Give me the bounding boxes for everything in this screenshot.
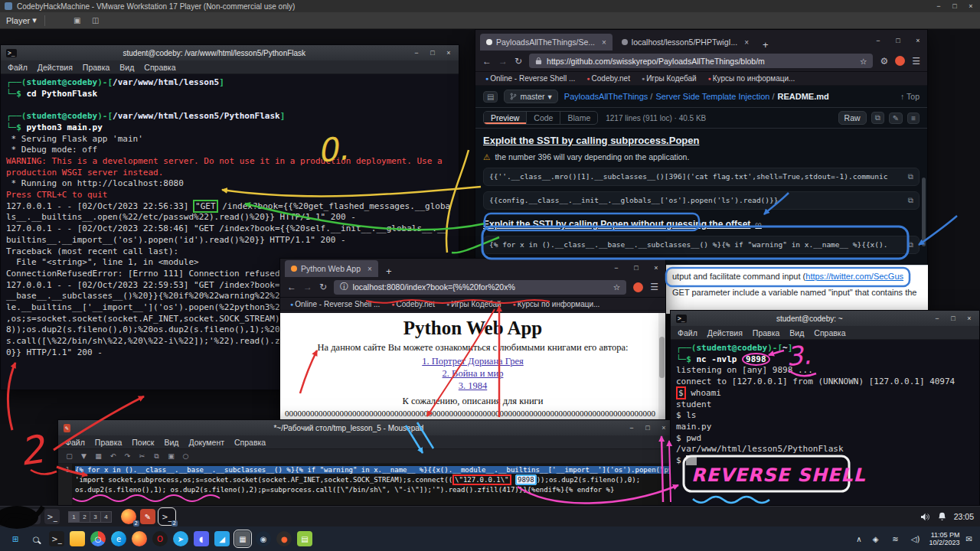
- outline-icon[interactable]: ≡: [907, 112, 920, 124]
- vscode-icon[interactable]: ◢: [214, 531, 230, 546]
- menu-item[interactable]: Правка: [83, 63, 109, 72]
- bookmark[interactable]: Игры Кодебай: [446, 300, 501, 308]
- tray-expand-icon[interactable]: ∧: [856, 535, 861, 543]
- new-tab-button[interactable]: +: [381, 266, 397, 277]
- close-button[interactable]: ×: [659, 424, 668, 432]
- minimize-button[interactable]: −: [612, 264, 621, 272]
- book-link[interactable]: 2. Война и мир: [280, 368, 665, 380]
- extensions-icon[interactable]: ⚙: [880, 56, 888, 67]
- edit-icon[interactable]: ✎: [889, 112, 903, 124]
- file-explorer-icon[interactable]: [70, 531, 85, 546]
- menu-item[interactable]: Файл: [8, 63, 28, 72]
- terminal2-titlebar[interactable]: >_ student@codeby: ~ −□×: [671, 311, 979, 326]
- minimize-button[interactable]: −: [412, 49, 421, 57]
- editor-text[interactable]: {% for x in ().__class__.__base__.__subc…: [72, 464, 674, 505]
- bookmark[interactable]: Курсы по информаци...: [708, 74, 795, 83]
- close-button[interactable]: ×: [966, 2, 975, 10]
- terminal1-titlebar[interactable]: >_ student@codeby: /var/www/html/lesson5…: [1, 45, 459, 60]
- mousepad-titlebar[interactable]: ✎ *~/Рабочий стол/tmp_lesson_5 - Mousepa…: [58, 420, 674, 435]
- paste-icon[interactable]: ▣: [165, 451, 178, 462]
- search-icon[interactable]: ○: [28, 531, 44, 546]
- copy-icon[interactable]: ⧉: [908, 196, 913, 205]
- fullscreen-icon[interactable]: ◫: [90, 15, 102, 26]
- site-info-icon[interactable]: ⓘ: [340, 282, 348, 292]
- notifications-icon[interactable]: ✉: [966, 535, 972, 543]
- book-link[interactable]: 3. 1984: [280, 380, 665, 392]
- app-menu-icon[interactable]: ☰: [6, 509, 21, 524]
- save-file-icon[interactable]: ▦: [92, 451, 105, 462]
- menu-item[interactable]: Вид: [164, 438, 178, 447]
- menu-item[interactable]: Справка: [234, 438, 266, 447]
- bookmark[interactable]: Online - Reverse Shell ...: [290, 300, 380, 308]
- sidebar-toggle-icon[interactable]: ▤: [483, 91, 498, 103]
- menu-icon[interactable]: ☰: [650, 282, 658, 292]
- opera-icon[interactable]: O: [152, 531, 168, 546]
- find-icon[interactable]: ○: [179, 451, 192, 462]
- copy-icon[interactable]: ⧉: [871, 112, 884, 124]
- preview-tab[interactable]: Preview: [484, 112, 527, 124]
- close-button[interactable]: ×: [652, 264, 661, 272]
- tray-shield-icon[interactable]: ◈: [868, 531, 884, 546]
- tray-network-icon[interactable]: ≋: [888, 531, 903, 546]
- start-icon[interactable]: ⊞: [8, 531, 23, 546]
- reload-icon[interactable]: ↻: [319, 282, 327, 292]
- menu-item[interactable]: Справка: [814, 328, 845, 337]
- tab-python-web-app[interactable]: Python Web App ×: [285, 260, 378, 277]
- copy-icon[interactable]: ⧉: [150, 451, 163, 462]
- telegram-icon[interactable]: ➤: [173, 531, 188, 546]
- maximize-button[interactable]: □: [949, 315, 958, 322]
- vmware-icon[interactable]: ▦: [235, 531, 250, 546]
- mousepad-window-icon[interactable]: ✎: [140, 509, 155, 524]
- terminal-icon[interactable]: >_: [49, 531, 64, 546]
- account-avatar[interactable]: [895, 56, 905, 66]
- address-bar[interactable]: ⓘ localhost:8080/index?book={%%20for%20x…: [334, 280, 626, 295]
- windows-clock[interactable]: 11:05 PM 10/2/2023: [929, 531, 960, 546]
- bell-icon[interactable]: [938, 512, 946, 521]
- address-bar[interactable]: https://github.com/swisskyrepo/PayloadsA…: [529, 54, 873, 68]
- menu-item[interactable]: Справка: [144, 63, 175, 72]
- menu-icon[interactable]: ☰: [912, 56, 920, 67]
- bookmark-star-icon[interactable]: ☆: [613, 282, 620, 292]
- bookmark[interactable]: Online - Reverse Shell ...: [485, 74, 575, 83]
- close-button[interactable]: ×: [444, 49, 453, 57]
- menu-item[interactable]: Файл: [65, 438, 85, 447]
- new-tab-button[interactable]: +: [758, 39, 773, 51]
- menu-item[interactable]: Вид: [119, 63, 134, 72]
- terminal2-output[interactable]: ┌──(student@codeby)-[~]└─$ nc -nvlp 9898…: [671, 340, 979, 506]
- volume-icon[interactable]: [920, 513, 930, 521]
- close-tab-icon[interactable]: ×: [744, 38, 749, 47]
- back-icon[interactable]: ←: [287, 282, 296, 292]
- player-menu-button[interactable]: Player ▾: [6, 15, 37, 25]
- minimize-button[interactable]: −: [934, 2, 943, 10]
- workspace-button[interactable]: 4: [100, 511, 112, 523]
- scrollbar[interactable]: [658, 313, 665, 422]
- firefox-icon[interactable]: [132, 531, 147, 546]
- blame-tab[interactable]: Blame: [560, 112, 597, 124]
- code-tab[interactable]: Code: [527, 112, 560, 124]
- tab-payloadsallthethings[interactable]: PayloadsAllTheThings/Se... ×: [480, 34, 612, 51]
- terminal-window-icon[interactable]: >_2: [159, 509, 175, 524]
- menu-item[interactable]: Файл: [678, 328, 697, 337]
- workspace-button[interactable]: 3: [90, 511, 101, 523]
- top-link[interactable]: ↑ Top: [900, 92, 920, 101]
- burp-suite-icon[interactable]: ●: [276, 531, 292, 546]
- book-link[interactable]: 1. Портрет Дориана Грея: [280, 356, 665, 367]
- chrome-icon[interactable]: ○: [90, 531, 106, 546]
- minimize-button[interactable]: −: [933, 315, 942, 322]
- close-button[interactable]: ×: [913, 37, 923, 44]
- send-ctrl-alt-del-icon[interactable]: ▣: [71, 15, 83, 26]
- minimize-button[interactable]: −: [874, 37, 883, 44]
- forward-icon[interactable]: →: [303, 282, 312, 292]
- cut-icon[interactable]: ✂: [136, 451, 149, 462]
- menu-item[interactable]: Действия: [38, 63, 73, 72]
- menu-item[interactable]: Документ: [188, 438, 224, 447]
- notepad-icon[interactable]: ▤: [297, 531, 312, 546]
- open-file-icon[interactable]: ▼: [77, 451, 90, 462]
- twitter-link[interactable]: https://twitter.com/SecGus: [805, 272, 903, 281]
- scrollbar[interactable]: [922, 178, 926, 246]
- steam-icon[interactable]: ◉: [256, 531, 271, 546]
- maximize-button[interactable]: □: [632, 264, 641, 272]
- bookmark[interactable]: Игры Кодебай: [642, 74, 697, 83]
- copy-icon[interactable]: ⧉: [908, 172, 913, 181]
- workspace-button[interactable]: 2: [79, 511, 90, 523]
